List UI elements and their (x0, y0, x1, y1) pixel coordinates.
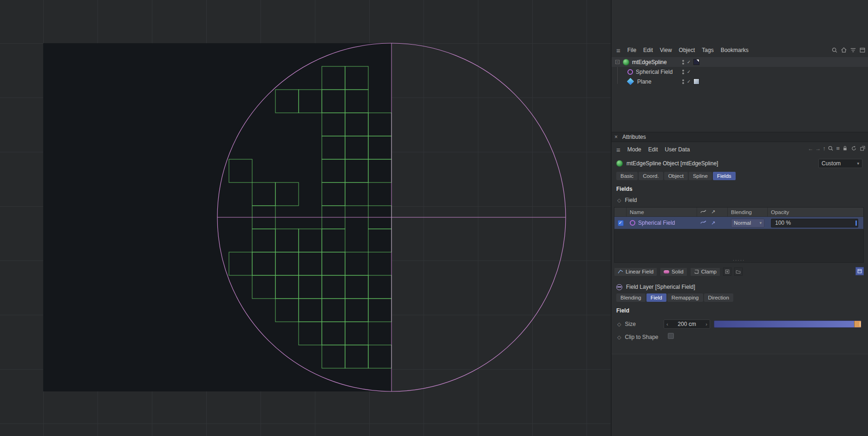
header-opacity[interactable]: Opacity (768, 208, 863, 216)
object-manager-menubar: ≡ File Edit View Object Tags Bookmarks (612, 45, 868, 56)
enabled-check-icon[interactable]: ✓ (687, 59, 691, 65)
opacity-field[interactable]: 100 % (771, 219, 858, 228)
step-left-icon[interactable]: ‹ (666, 321, 668, 327)
attributes-icons: ← → ↑ ≡ (808, 145, 866, 152)
resize-drag-handle[interactable]: ····· (733, 259, 745, 262)
object-name[interactable]: mtEdgeSpline (632, 59, 667, 65)
lock-icon[interactable] (842, 145, 848, 152)
visibility-dots-icon[interactable] (682, 79, 684, 84)
spline-object-icon (623, 59, 629, 65)
field-layer-title-row: Field Layer [Spherical Field] (616, 282, 695, 292)
tab-direction[interactable]: Direction (704, 293, 733, 302)
fields-tag-icon[interactable] (693, 59, 699, 65)
tree-row-mtedgespline[interactable]: − mtEdgeSpline ✓ (612, 57, 868, 67)
tab-blending[interactable]: Blending (616, 293, 646, 302)
object-name[interactable]: Plane (637, 78, 652, 85)
field-section-label: Field (616, 307, 629, 314)
tree-row-plane[interactable]: Plane ✓ (612, 77, 868, 86)
size-slider[interactable] (714, 320, 861, 328)
blending-dropdown[interactable]: Normal ▾ (731, 219, 764, 228)
row-controls: ✓ (682, 69, 691, 74)
parent-up-icon[interactable]: ↑ (822, 145, 825, 152)
tab-remapping[interactable]: Remapping (667, 293, 703, 302)
tab-basic[interactable]: Basic (616, 172, 638, 180)
menu-edit[interactable]: Edit (643, 47, 653, 53)
menu-object[interactable]: Object (679, 47, 695, 53)
sync-icon[interactable] (850, 145, 857, 152)
preset-dropdown[interactable]: Custom ▾ (818, 159, 862, 168)
menu-file[interactable]: File (627, 47, 636, 53)
search-icon[interactable] (827, 145, 834, 152)
header-name[interactable]: Name (627, 208, 697, 216)
size-stepper[interactable]: ‹ 200 cm › (664, 319, 710, 329)
clamp-button[interactable]: Clamp (690, 267, 720, 276)
panel-empty-area (612, 354, 868, 436)
home-icon[interactable] (840, 46, 847, 53)
layer-icon-button[interactable] (723, 267, 731, 276)
menu-view[interactable]: View (660, 47, 672, 53)
plane-object (43, 43, 392, 391)
field-list-options-button[interactable] (855, 267, 864, 275)
header-blending[interactable]: Blending (728, 208, 768, 216)
solid-label: Solid (672, 269, 684, 274)
phong-tag-icon[interactable] (693, 78, 699, 85)
header-icon-columns: ↗ (697, 208, 728, 216)
field-layer-icon (616, 284, 622, 290)
visibility-dots-icon[interactable] (682, 70, 684, 74)
tree-row-spherical-field[interactable]: Spherical Field ✓ (612, 67, 868, 77)
falloff-curve-icon[interactable] (700, 220, 706, 226)
new-panel-icon[interactable] (859, 145, 866, 152)
history-forward-icon[interactable]: → (815, 145, 821, 152)
clamp-icon (694, 269, 699, 274)
expander-icon[interactable]: − (615, 60, 620, 64)
solid-icon (664, 270, 669, 273)
tab-fields[interactable]: Fields (713, 172, 736, 180)
search-icon[interactable] (831, 46, 838, 53)
field-enabled-checkbox[interactable]: ✓ (618, 220, 624, 226)
blending-value: Normal (734, 220, 751, 226)
field-group-row[interactable]: ◇ Field (617, 197, 637, 203)
preset-value: Custom (822, 160, 841, 167)
menu-edit[interactable]: Edit (648, 146, 658, 153)
viewport-3d[interactable] (0, 0, 611, 436)
opacity-slider-handle[interactable] (855, 221, 857, 226)
size-value[interactable]: 200 cm (678, 321, 696, 327)
spherical-field-icon (630, 220, 635, 226)
field-group-label: Field (625, 197, 637, 203)
window-icon[interactable] (859, 46, 866, 53)
filter-icon[interactable] (849, 46, 856, 53)
clip-to-shape-label: Clip to Shape (625, 334, 658, 340)
menu-mode[interactable]: Mode (627, 146, 641, 153)
field-row-name[interactable]: Spherical Field (638, 220, 675, 226)
fields-list[interactable]: Name ↗ Blending Opacity ✓ Spherical Fiel… (614, 207, 864, 263)
menu-bookmarks[interactable]: Bookmarks (721, 47, 749, 53)
config-menu-icon[interactable]: ≡ (836, 145, 840, 151)
tab-object[interactable]: Object (664, 172, 688, 180)
field-layer-tabs: Blending Field Remapping Direction (616, 293, 733, 302)
size-label: Size (625, 321, 635, 327)
tab-spline[interactable]: Spline (689, 172, 712, 180)
panel-menu-icon[interactable]: ≡ (616, 47, 620, 54)
folder-icon-button[interactable] (734, 267, 743, 276)
menu-user-data[interactable]: User Data (665, 146, 690, 153)
object-name[interactable]: Spherical Field (636, 69, 672, 75)
tab-field[interactable]: Field (646, 293, 666, 302)
history-back-icon[interactable]: ← (808, 145, 813, 152)
menu-tags[interactable]: Tags (702, 47, 713, 53)
size-slider-track[interactable] (714, 320, 861, 328)
field-row-spherical[interactable]: ✓ Spherical Field ↗ Normal ▾ 100 (614, 217, 863, 229)
enabled-check-icon[interactable]: ✓ (687, 79, 691, 84)
close-icon[interactable]: × (614, 134, 618, 140)
linear-field-button[interactable]: Linear Field (614, 267, 657, 276)
tab-coord[interactable]: Coord. (639, 172, 663, 180)
enabled-check-icon[interactable]: ✓ (687, 69, 691, 74)
diamond-icon: ◇ (617, 334, 621, 340)
visibility-dots-icon[interactable] (682, 60, 684, 65)
size-slider-handle[interactable] (854, 321, 861, 327)
solid-button[interactable]: Solid (660, 267, 687, 276)
linear-field-label: Linear Field (626, 269, 653, 274)
clip-to-shape-checkbox[interactable] (668, 333, 674, 339)
step-right-icon[interactable]: › (705, 321, 707, 327)
panel-menu-icon[interactable]: ≡ (616, 146, 620, 153)
remap-arrow-icon[interactable]: ↗ (711, 220, 715, 226)
